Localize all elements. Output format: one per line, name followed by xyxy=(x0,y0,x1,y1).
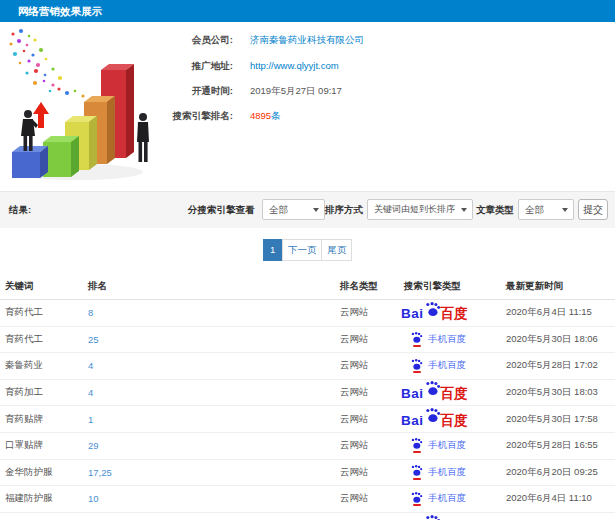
table-row: 育药加工4云网站Bai百度2020年5月30日 18:03 xyxy=(0,380,615,407)
baidu-mobile-logo: 手机百度 xyxy=(410,359,466,374)
cell-engine-type: 手机百度 xyxy=(401,327,466,353)
cell-keyword: 口罩贴牌 xyxy=(5,433,43,459)
cell-engine-type: Bai百度 xyxy=(401,300,468,326)
engine-filter-label: 分搜索引擎查看 xyxy=(188,199,255,220)
baidu-mobile-logo-text: 手机百度 xyxy=(428,439,466,452)
sort-filter-value: 关键词由短到长排序 xyxy=(374,204,455,214)
table-row: 育药代工8云网站Bai百度2020年6月4日 11:15 xyxy=(0,300,615,327)
info-field-row: 搜索引擎排名:4895条 xyxy=(0,108,615,124)
cell-rank[interactable]: 4 xyxy=(88,353,93,379)
cell-engine-type: 手机百度 xyxy=(401,486,466,512)
cell-engine-type: 手机百度 xyxy=(401,460,466,486)
cell-engine-type: Bai百度 xyxy=(401,513,468,520)
info-field-value[interactable]: http://www.qlyyjt.com xyxy=(250,58,339,74)
info-field-value: 2019年5月27日 09:17 xyxy=(250,83,342,99)
pagination-next[interactable]: 下一页 xyxy=(282,239,323,261)
cell-rank-type: 云网站 xyxy=(340,380,369,406)
pagination: 1 下一页 尾页 xyxy=(0,239,615,261)
cell-rank[interactable]: 4 xyxy=(88,380,93,406)
submit-button[interactable]: 提交 xyxy=(578,199,608,220)
chevron-down-icon xyxy=(562,208,568,212)
baidu-paw-icon xyxy=(424,515,441,520)
table-row: Bai百度 xyxy=(0,513,615,520)
cell-rank[interactable]: 8 xyxy=(88,300,93,326)
baidu-paw-icon xyxy=(424,381,441,398)
cell-updated: 2020年6月4日 11:10 xyxy=(506,486,592,512)
cell-rank[interactable]: 1 xyxy=(88,406,93,432)
page-title: 网络营销效果展示 xyxy=(18,0,102,22)
engine-filter-value: 全部 xyxy=(269,204,288,215)
cell-rank-type: 云网站 xyxy=(340,300,369,326)
baidu-logo-bai: Bai xyxy=(401,307,424,320)
table-row: 育药代工25云网站手机百度2020年5月30日 18:06 xyxy=(0,327,615,354)
cell-keyword: 秦鲁药业 xyxy=(5,353,43,379)
baidu-mobile-paw-icon xyxy=(410,438,423,453)
table-row: 福建防护服10云网站手机百度2020年6月4日 11:10 xyxy=(0,486,615,513)
baidu-mobile-logo: 手机百度 xyxy=(410,465,466,480)
info-field-label: 推广地址: xyxy=(100,58,233,74)
info-field-row: 开通时间:2019年5月27日 09:17 xyxy=(0,83,615,99)
baidu-logo-du: 百度 xyxy=(441,414,468,427)
article-filter-select[interactable]: 全部 xyxy=(518,199,574,220)
pagination-last[interactable]: 尾页 xyxy=(321,239,352,261)
baidu-mobile-logo-text: 手机百度 xyxy=(428,333,466,346)
cell-updated: 2020年5月28日 17:02 xyxy=(506,353,598,379)
sort-filter-select[interactable]: 关键词由短到长排序 xyxy=(367,199,473,220)
baidu-paw-icon xyxy=(424,302,441,319)
cell-rank-type: 云网站 xyxy=(340,460,369,486)
cell-rank[interactable]: 25 xyxy=(88,327,99,353)
cell-keyword: 育药贴牌 xyxy=(5,406,43,432)
header-rank-type: 排名类型 xyxy=(340,274,378,299)
cell-rank-type: 云网站 xyxy=(340,433,369,459)
baidu-paw-icon xyxy=(424,408,441,425)
cell-updated: 2020年5月30日 17:58 xyxy=(506,406,598,432)
cell-rank-type: 云网站 xyxy=(340,406,369,432)
chevron-down-icon xyxy=(313,208,319,212)
bar-chart-illustration xyxy=(5,28,165,180)
result-count: 4895 xyxy=(250,110,271,121)
cell-keyword: 育药加工 xyxy=(5,380,43,406)
table-row: 秦鲁药业4云网站手机百度2020年5月28日 17:02 xyxy=(0,353,615,380)
table-row: 育药贴牌1云网站Bai百度2020年5月30日 17:58 xyxy=(0,406,615,433)
cell-keyword: 福建防护服 xyxy=(5,486,53,512)
baidu-mobile-paw-icon xyxy=(410,465,423,480)
cell-rank-type: 云网站 xyxy=(340,486,369,512)
cell-keyword: 金华防护服 xyxy=(5,460,53,486)
baidu-logo-du: 百度 xyxy=(441,387,468,400)
table-header-row: 关键词 排名 排名类型 搜索引擎类型 最新更新时间 xyxy=(0,274,615,300)
baidu-mobile-logo: 手机百度 xyxy=(410,438,466,453)
cell-updated: 2020年5月30日 18:03 xyxy=(506,380,598,406)
cell-rank[interactable]: 29 xyxy=(88,433,99,459)
info-field-row: 推广地址:http://www.qlyyjt.com xyxy=(0,58,615,74)
baidu-mobile-logo: 手机百度 xyxy=(410,492,466,507)
info-field-value[interactable]: 济南秦鲁药业科技有限公司 xyxy=(250,32,364,48)
article-filter-value: 全部 xyxy=(525,204,544,215)
baidu-mobile-logo-text: 手机百度 xyxy=(428,359,466,372)
cell-rank[interactable]: 17,25 xyxy=(88,460,112,486)
filter-bar: 结果: 分搜索引擎查看 全部 排序方式 关键词由短到长排序 文章类型 全部 提交 xyxy=(0,191,615,228)
cell-updated: 2020年6月20日 09:25 xyxy=(506,460,598,486)
page-header: 网络营销效果展示 xyxy=(0,0,615,22)
baidu-pc-logo: Bai百度 xyxy=(401,414,468,427)
cell-rank-type: 云网站 xyxy=(340,353,369,379)
chevron-down-icon xyxy=(461,208,467,212)
baidu-logo-bai: Bai xyxy=(401,387,424,400)
pagination-page-1[interactable]: 1 xyxy=(263,239,283,261)
cell-rank[interactable]: 10 xyxy=(88,486,99,512)
baidu-mobile-paw-icon xyxy=(410,492,423,507)
cell-engine-type: 手机百度 xyxy=(401,433,466,459)
sort-filter-label: 排序方式 xyxy=(325,199,363,220)
header-keyword: 关键词 xyxy=(5,274,34,299)
cell-engine-type: Bai百度 xyxy=(401,380,468,406)
cell-updated: 2020年5月28日 16:55 xyxy=(506,433,598,459)
table-row: 金华防护服17,25云网站手机百度2020年6月20日 09:25 xyxy=(0,460,615,487)
cell-engine-type: 手机百度 xyxy=(401,353,466,379)
baidu-pc-logo: Bai百度 xyxy=(401,307,468,320)
engine-filter-select[interactable]: 全部 xyxy=(262,199,325,220)
result-label: 结果: xyxy=(9,199,31,220)
baidu-mobile-paw-icon xyxy=(410,359,423,374)
baidu-mobile-logo-text: 手机百度 xyxy=(428,492,466,505)
results-table: 关键词 排名 排名类型 搜索引擎类型 最新更新时间 育药代工8云网站Bai百度2… xyxy=(0,274,615,520)
info-field-label: 开通时间: xyxy=(100,83,233,99)
baidu-logo-du: 百度 xyxy=(441,307,468,320)
